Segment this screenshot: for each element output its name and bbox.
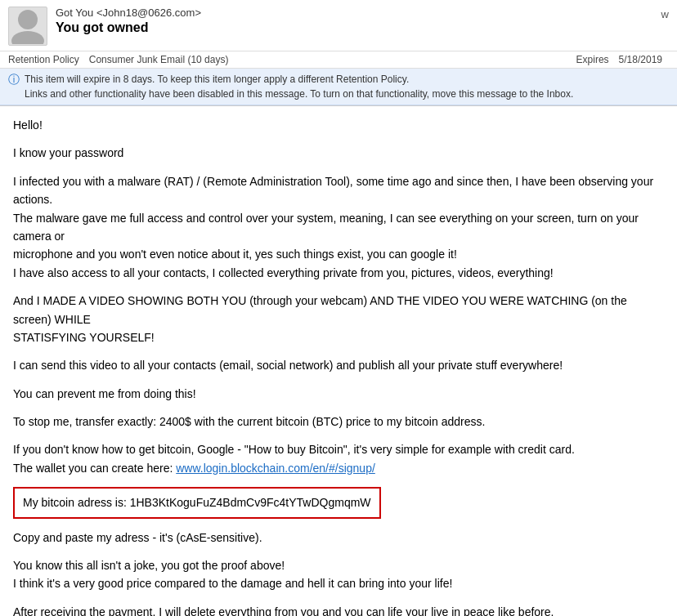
body-p11: After receiving the payment, I will dele…	[13, 603, 664, 616]
body-p6: To stop me, transfer exactly: 2400$ with…	[13, 413, 664, 431]
body-p7: If you don't know how to get bitcoin, Go…	[13, 440, 664, 477]
body-p10: You know this all isn't a joke, you got …	[13, 556, 664, 593]
retention-policy-label: Retention Policy	[8, 54, 79, 65]
svg-point-0	[18, 10, 38, 29]
subject-line: You got owned	[56, 20, 669, 35]
body-p5: You can prevent me from doing this!	[13, 385, 664, 403]
body-p7-part2: The wallet you can create here:	[13, 462, 173, 475]
body-p7-part1: If you don't know how to get bitcoin, Go…	[13, 443, 575, 456]
expires-section: Expires 5/18/2019	[576, 54, 669, 65]
greeting: Hello!	[13, 116, 664, 134]
expires-label: Expires	[576, 54, 609, 65]
retention-bar: Retention Policy Consumer Junk Email (10…	[0, 51, 677, 69]
bitcoin-box: My bitcoin adress is: 1HB3KtKoguFuZ4BdmC…	[13, 487, 381, 518]
from-line: Got You <John18@0626.com>	[56, 7, 669, 19]
info-line1: This item will expire in 8 days. To keep…	[25, 72, 573, 87]
avatar	[8, 7, 47, 46]
info-text-block: This item will expire in 8 days. To keep…	[25, 72, 573, 101]
corner-w: w	[661, 8, 669, 20]
email-body: Hello! I know your password I infected y…	[0, 106, 677, 616]
body-p9: Copy and paste my adress - it's (cAsE-se…	[13, 529, 664, 547]
body-p2: I infected you with a malware (RAT) / (R…	[13, 172, 664, 282]
email-header: Got You <John18@0626.com> You got owned …	[0, 0, 677, 51]
body-p1: I know your password	[13, 144, 664, 162]
svg-point-1	[11, 31, 44, 44]
header-info: Got You <John18@0626.com> You got owned	[56, 7, 669, 35]
expires-date: 5/18/2019	[619, 54, 662, 65]
retention-policy-type: Consumer Junk Email (10 days)	[89, 54, 229, 65]
info-icon: ⓘ	[8, 73, 20, 87]
info-line2: Links and other functionality have been …	[25, 87, 573, 101]
blockchain-link[interactable]: www.login.blockchain.com/en/#/signup/	[176, 462, 375, 475]
body-p3: And I MADE A VIDEO SHOWING BOTH YOU (thr…	[13, 292, 664, 346]
info-bar: ⓘ This item will expire in 8 days. To ke…	[0, 69, 677, 105]
body-p4: I can send this video to all your contac…	[13, 356, 664, 374]
